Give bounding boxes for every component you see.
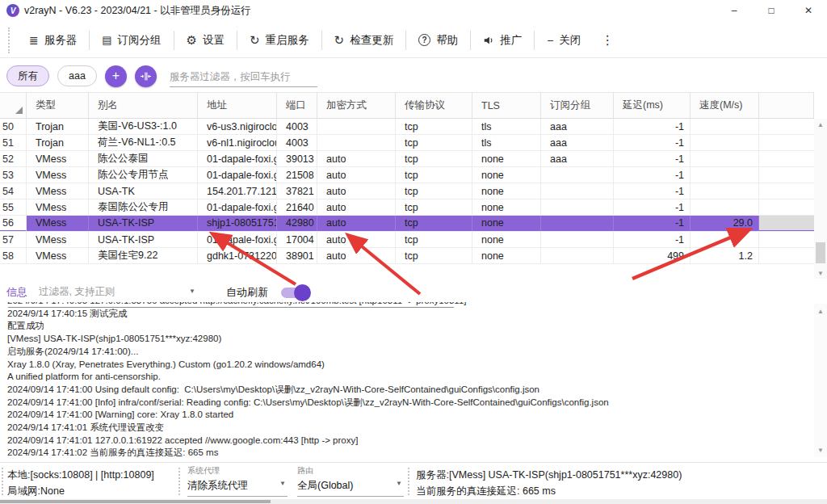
maximize-button[interactable]: □ [753, 0, 790, 21]
routing-select[interactable]: 路由 全局(Global) ▼ [297, 465, 404, 497]
column-header[interactable]: 传输协议 [396, 93, 472, 118]
cell-delay[interactable]: -1 [614, 135, 691, 150]
cell-port[interactable]: 4003 [277, 119, 317, 134]
cell-alias[interactable]: 美国住宅9.22 [89, 248, 198, 263]
table-row-51[interactable]: 51Trojan荷兰-V6-NL1-:0.5v6-nl1.nigirocloud… [0, 135, 814, 151]
cell-address[interactable]: v6-us3.nigirocloud. [198, 119, 277, 134]
cell-alias[interactable]: 美国-V6-US3-:1.0 [89, 119, 198, 134]
cell-address[interactable]: 01-dapale-foxi.gan [198, 232, 277, 247]
cell-type[interactable]: Trojan [27, 119, 89, 134]
cell-port[interactable]: 17004 [277, 232, 317, 247]
table-row-57[interactable]: 57VMessUSA-TK-ISP01-dapale-foxi.gan17004… [0, 232, 814, 248]
log-filter-combo[interactable]: ▼ [39, 284, 199, 301]
scroll-up-icon[interactable]: ▲ [814, 305, 827, 317]
scroll-down-icon[interactable]: ▼ [814, 267, 827, 279]
toolbar-button-subs[interactable]: ▤订阅分组 [90, 28, 173, 52]
cell-alias[interactable]: 陈公公专用节点 [89, 167, 198, 183]
cell-address[interactable]: gdhk1-07312200.52 [198, 248, 277, 263]
cell-num[interactable]: 50 [0, 119, 27, 134]
cell-delay[interactable]: -1 [614, 183, 691, 199]
cell-transport[interactable]: tcp [396, 183, 472, 199]
cell-tls[interactable]: tls [472, 119, 541, 134]
cell-tls[interactable]: none [472, 200, 541, 215]
cell-alias[interactable]: USA-TK-ISP [89, 232, 198, 247]
cell-group[interactable] [541, 183, 614, 199]
column-header[interactable]: 类型 [27, 93, 89, 118]
column-header[interactable]: 别名 [89, 93, 198, 118]
scrollbar-thumb[interactable] [0, 500, 271, 503]
cell-port[interactable]: 42980 [277, 216, 317, 231]
cell-num[interactable]: 52 [0, 151, 27, 166]
cell-alias[interactable]: USA-TK-ISP [89, 216, 198, 231]
cell-transport[interactable]: tcp [396, 135, 472, 150]
cell-alias[interactable]: 荷兰-V6-NL1-:0.5 [89, 135, 198, 150]
column-header[interactable]: 延迟(ms) [614, 93, 691, 118]
cell-transport[interactable]: tcp [396, 232, 472, 247]
cell-type[interactable]: Trojan [27, 135, 89, 150]
cell-group[interactable] [541, 216, 614, 231]
column-header[interactable]: 订阅分组 [541, 93, 614, 118]
cell-encryption[interactable]: auto [317, 183, 396, 199]
cell-speed[interactable]: 1.2 [691, 248, 759, 263]
column-fit-button[interactable] [135, 65, 157, 87]
cell-port[interactable]: 4003 [277, 135, 317, 150]
cell-speed[interactable] [691, 167, 759, 183]
cell-num[interactable]: 55 [0, 200, 27, 215]
toolbar-button-help[interactable]: ?帮助 [406, 28, 470, 52]
close-button[interactable]: ✕ [790, 0, 827, 21]
cell-alias[interactable]: 陈公公泰国 [89, 151, 198, 166]
cell-group[interactable]: aaa [541, 151, 614, 166]
toolbar-button-servers[interactable]: ≣服务器 [17, 28, 89, 52]
cell-transport[interactable]: tcp [396, 151, 472, 166]
table-row-53[interactable]: 53VMess陈公公专用节点01-dapale-foxi.gan21508aut… [0, 167, 814, 183]
column-header[interactable]: 速度(M/s) [691, 93, 759, 118]
table-row-52[interactable]: 52VMess陈公公泰国01-dapale-foxi.gan39013autot… [0, 151, 814, 167]
cell-delay[interactable]: -1 [614, 200, 691, 215]
cell-speed[interactable] [691, 183, 759, 199]
toolbar-button-settings[interactable]: ⚙设置 [174, 28, 237, 52]
cell-tls[interactable]: none [472, 248, 541, 263]
minimize-button[interactable]: – [716, 0, 753, 21]
cell-port[interactable]: 37821 [277, 183, 317, 199]
column-header[interactable]: 地址 [198, 93, 277, 118]
cell-address[interactable]: shjp1-08051751.52 [198, 216, 277, 231]
table-row-54[interactable]: 54VMessUSA-TK154.201.77.12137821autotcpn… [0, 183, 814, 200]
cell-alias[interactable]: 泰国陈公公专用 [89, 200, 198, 215]
cell-group[interactable] [541, 248, 614, 263]
cell-group[interactable]: aaa [541, 135, 614, 150]
cell-type[interactable]: VMess [27, 216, 89, 231]
cell-speed[interactable] [691, 232, 759, 247]
cell-encryption[interactable]: auto [317, 200, 396, 215]
cell-port[interactable]: 39013 [277, 151, 317, 166]
cell-encryption[interactable]: auto [317, 248, 396, 263]
table-scrollbar[interactable]: ▲ ▼ [814, 119, 827, 279]
cell-encryption[interactable] [317, 119, 396, 134]
cell-address[interactable]: 01-dapale-foxi.gan [198, 167, 277, 183]
cell-delay[interactable]: -1 [614, 167, 691, 183]
cell-tls[interactable]: none [472, 232, 541, 247]
log-filter-input[interactable] [39, 286, 183, 297]
cell-delay[interactable]: -1 [614, 216, 691, 231]
info-tab-label[interactable]: 信息 [6, 285, 27, 300]
scroll-down-icon[interactable]: ▼ [814, 444, 827, 456]
cell-tls[interactable]: none [472, 151, 541, 166]
cell-port[interactable]: 21508 [277, 167, 317, 183]
cell-address[interactable]: v6-nl1.nigirocloud.c [198, 135, 277, 150]
cell-encryption[interactable]: auto [317, 167, 396, 183]
toolbar-button-update[interactable]: ↻检查更新 [322, 28, 406, 52]
cell-speed[interactable] [691, 135, 759, 150]
column-header[interactable]: TLS [472, 93, 541, 118]
routing-value[interactable]: 全局(Global) [297, 479, 404, 493]
column-header[interactable]: 加密方式 [317, 93, 396, 118]
cell-tls[interactable]: tls [472, 135, 541, 150]
cell-type[interactable]: VMess [27, 167, 89, 183]
cell-type[interactable]: VMess [27, 248, 89, 263]
cell-encryption[interactable]: auto [317, 232, 396, 247]
cell-speed[interactable]: 29.0 [691, 216, 759, 231]
cell-num[interactable]: 57 [0, 232, 27, 247]
cell-transport[interactable]: tcp [396, 248, 472, 263]
auto-refresh-toggle[interactable] [281, 288, 309, 298]
cell-transport[interactable]: tcp [396, 216, 472, 231]
group-pill-aaa[interactable]: aaa [57, 65, 97, 86]
scroll-up-icon[interactable]: ▲ [814, 119, 827, 130]
